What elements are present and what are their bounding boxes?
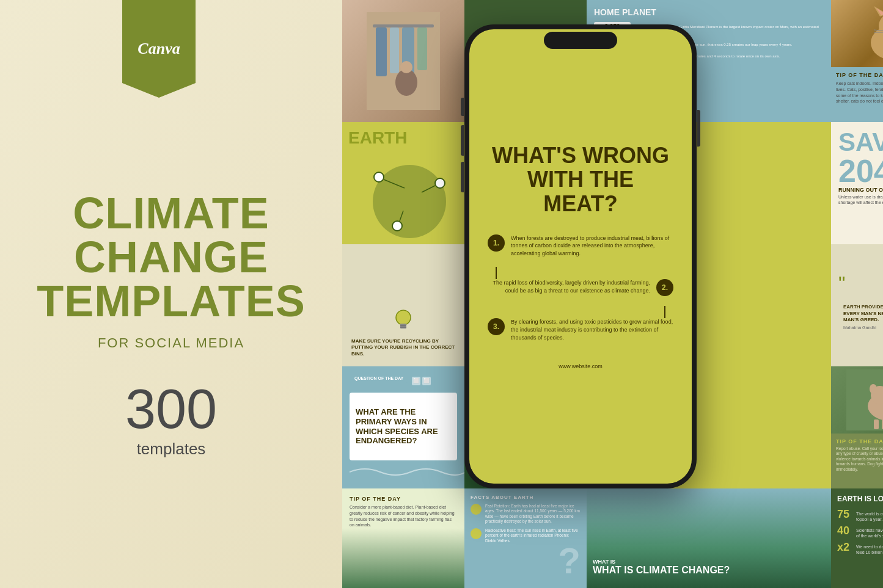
- phone-overlay: WHAT'S WRONG WITH THE MEAT? 1. When fore…: [464, 24, 697, 488]
- question-text: WHAT ARE THE PRIMARY WAYS IN WHICH SPECI…: [356, 407, 451, 445]
- phone-screen: WHAT'S WRONG WITH THE MEAT? 1. When fore…: [469, 29, 692, 484]
- svg-rect-1: [373, 24, 434, 27]
- quote-marks: ": [838, 274, 883, 293]
- phone-steps-container: 1. When forests are destroyed to produce…: [488, 234, 673, 352]
- step-connector-1: [496, 267, 497, 279]
- fact-text-1: Fast Rotation: Earth has had at least fi…: [485, 504, 581, 524]
- tip-of-day-top-body: Keep cats indoors. Indoor cats live long…: [836, 81, 883, 104]
- step-circle-2: 2.: [656, 279, 673, 296]
- canva-logo: Canva: [137, 40, 180, 58]
- left-panel: Canva CLIMATE CHANGE TEMPLATES FOR SOCIA…: [0, 0, 342, 588]
- climate-change-label: WHAT IS CLIMATE CHANGE?: [593, 565, 825, 576]
- quote-text: EARTH PROVIDES ENOUGH TO SATISFY EVERY M…: [843, 304, 883, 323]
- svg-point-25: [435, 178, 445, 188]
- topsoil-stat-1: 75 The world is currently losing 75 bill…: [837, 508, 883, 522]
- topsoil-stat-2: 40 Scientists have estimated that we've …: [837, 524, 883, 539]
- phone-step-1: 1. When forests are destroyed to produce…: [488, 234, 673, 258]
- main-title-line2: TEMPLATES: [37, 277, 306, 325]
- what-climate-content: WHAT IS WHAT IS CLIMATE CHANGE?: [593, 559, 825, 576]
- what-climate-cell: WHAT IS WHAT IS CLIMATE CHANGE?: [587, 488, 831, 588]
- home-planet-title: HOME PLANET: [594, 7, 824, 17]
- question-badge: Question of the Day: [350, 374, 408, 383]
- svg-rect-2: [376, 27, 387, 76]
- topsoil-stats: 75 The world is currently losing 75 bill…: [837, 508, 883, 556]
- tip-animal-title: TIP OF THE DAY: [836, 438, 883, 445]
- tip-animal-content: TIP OF THE DAY Report abuse. Call your l…: [831, 434, 883, 488]
- topsoil-stat-3: x2 We need to double food production by …: [837, 541, 883, 555]
- tip-plant-title: TIP OF THE DAY: [350, 496, 457, 502]
- count-number: 300: [125, 382, 217, 437]
- question-of-day-cell: Question of the Day ⬜ ⬜ WHAT ARE THE PRI…: [342, 366, 464, 488]
- topsoil-num-2: 40: [837, 524, 852, 537]
- phone-notch: [544, 32, 617, 49]
- quote-cell: " EARTH PROVIDES ENOUGH TO SATISFY EVERY…: [831, 244, 883, 366]
- svg-rect-33: [400, 324, 406, 328]
- step-text-2: The rapid loss of biodiversity, largely …: [488, 279, 650, 294]
- count-label: templates: [137, 440, 206, 459]
- phone-url: www.website.com: [559, 363, 603, 369]
- clothing-store-image: [342, 0, 464, 122]
- phone-power-button: [697, 110, 700, 147]
- what-is-label: WHAT IS: [593, 559, 825, 565]
- share-icon-1[interactable]: ⬜: [412, 377, 420, 385]
- quote-container: EARTH PROVIDES ENOUGH TO SATISFY EVERY M…: [838, 299, 883, 334]
- share-icon-2[interactable]: ⬜: [422, 377, 431, 385]
- svg-point-26: [392, 221, 402, 231]
- step-circle-1: 1.: [488, 234, 505, 252]
- svg-rect-3: [390, 27, 399, 73]
- fact-item-1: Fast Rotation: Earth has had at least fi…: [471, 504, 581, 524]
- phone-step-3: 3. By clearing forests, and using toxic …: [488, 318, 673, 341]
- clothing-store-cell: FINANCIAL REPAIR SERVICES.: [342, 0, 464, 122]
- save-label: SAVE: [838, 129, 883, 155]
- save-2040-cell: SAVE 2040 RUNNING OUT OF FRESHWATER Unle…: [831, 122, 883, 244]
- svg-point-32: [396, 310, 411, 325]
- step-connector-2: [664, 306, 665, 318]
- svg-point-7: [400, 61, 412, 73]
- svg-rect-5: [417, 27, 427, 70]
- cat-image: [831, 0, 883, 67]
- year-2040: 2040: [838, 155, 883, 187]
- quote-author: Mahatma Gandhi: [843, 325, 883, 330]
- tip-animal-cell: TIP OF THE DAY Report abuse. Call your l…: [831, 366, 883, 488]
- topsoil-desc-1: The world is currently losing 75 billion…: [856, 508, 883, 522]
- fact-icon-1: [471, 504, 482, 515]
- wave-deco: [350, 463, 464, 481]
- question-mark-deco: ?: [558, 540, 581, 582]
- tip-of-day-top-content: TIP OF THE DAY Keep cats indoors. Indoor…: [831, 67, 883, 109]
- topsoil-num-3: x2: [837, 541, 852, 554]
- svg-point-24: [374, 172, 384, 182]
- svg-rect-51: [874, 419, 879, 429]
- plant-bg: [342, 528, 464, 588]
- tip-of-day-top-cell: TIP OF THE DAY Keep cats indoors. Indoor…: [831, 0, 883, 122]
- tip-plant-body: Consider a more plant-based diet. Plant-…: [350, 504, 457, 528]
- freshwater-title: RUNNING OUT OF FRESHWATER: [838, 187, 883, 194]
- topsoil-desc-2: Scientists have estimated that we've los…: [856, 524, 883, 539]
- facts-title: FACTS ABOUT EARTH: [471, 495, 581, 500]
- step-text-3: By clearing forests, and using toxic pes…: [511, 318, 673, 341]
- step-circle-3: 3.: [488, 318, 505, 335]
- topsoil-title: EARTH IS LOSING TOPSOIL: [837, 495, 883, 503]
- topsoil-cell: EARTH IS LOSING TOPSOIL 75 The world is …: [831, 488, 883, 588]
- topsoil-desc-3: We need to double food production by 205…: [856, 541, 883, 555]
- phone-vol-down-button: [461, 162, 464, 192]
- main-title-line1: CLIMATE CHANGE: [73, 189, 269, 281]
- animal-image: [831, 366, 883, 434]
- tip-of-day-top-title: TIP OF THE DAY: [836, 72, 883, 78]
- recycling-cell: MAKE SURE YOU'RE RECYCLING BY PUTTING YO…: [342, 244, 464, 366]
- recycling-text: MAKE SURE YOU'RE RECYCLING BY PUTTING YO…: [351, 338, 455, 357]
- phone-frame: WHAT'S WRONG WITH THE MEAT? 1. When fore…: [464, 24, 697, 488]
- phone-mute-button: [461, 98, 464, 116]
- phone-vol-up-button: [461, 125, 464, 156]
- subtitle: FOR SOCIAL MEDIA: [98, 335, 244, 351]
- main-title: CLIMATE CHANGE TEMPLATES: [24, 191, 318, 323]
- fact-icon-2: [471, 528, 482, 539]
- topsoil-num-1: 75: [837, 508, 852, 521]
- tip-animal-body: Report abuse. Call your local humane soc…: [836, 446, 883, 472]
- facts-earth-cell: FACTS ABOUT EARTH Fast Rotation: Earth h…: [464, 488, 587, 588]
- step-text-1: When forests are destroyed to produce in…: [511, 234, 673, 258]
- earth-diagram-cell: EARTH: [342, 122, 464, 244]
- phone-main-title: WHAT'S WRONG WITH THE MEAT?: [488, 143, 673, 216]
- freshwater-body: Unless water use is drastically reduced,…: [838, 194, 883, 206]
- svg-point-49: [870, 384, 877, 394]
- tip-plant-cell: TIP OF THE DAY Consider a more plant-bas…: [342, 488, 464, 588]
